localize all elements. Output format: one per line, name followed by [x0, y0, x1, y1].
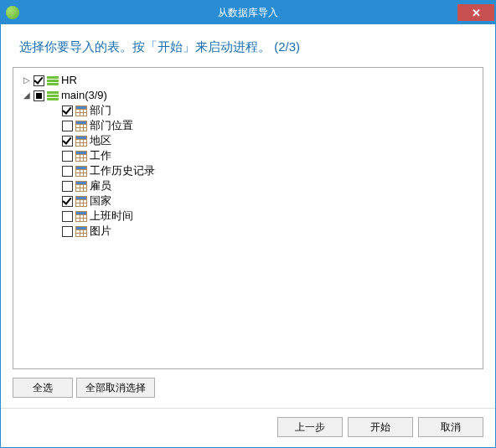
- table-row[interactable]: 国家: [17, 193, 479, 209]
- start-button[interactable]: 开始: [348, 417, 413, 437]
- tree-panel[interactable]: ▷HR◢main (3/9)部门部门位置地区工作工作历史记录雇员国家上班时间图片: [13, 67, 483, 369]
- table-row[interactable]: 工作: [17, 148, 479, 163]
- table-label: 上班时间: [90, 209, 133, 224]
- app-icon: [6, 6, 19, 19]
- table-label: 雇员: [90, 178, 111, 193]
- titlebar: 从数据库导入 ✕: [1, 1, 495, 24]
- table-checkbox[interactable]: [62, 226, 73, 237]
- instruction-text: 选择你要导入的表。按「开始」来启动进程。 (2/3): [1, 24, 495, 67]
- db-count: (3/9): [85, 88, 107, 103]
- table-label: 部门位置: [90, 118, 133, 133]
- table-checkbox[interactable]: [62, 181, 73, 192]
- table-row[interactable]: 上班时间: [17, 209, 479, 224]
- window-title: 从数据库导入: [1, 6, 495, 20]
- table-icon: [75, 136, 87, 147]
- table-checkbox[interactable]: [62, 136, 73, 147]
- table-icon: [75, 181, 87, 192]
- table-label: 图片: [90, 224, 111, 239]
- footer: 上一步 开始 取消: [1, 408, 495, 447]
- cancel-button[interactable]: 取消: [418, 417, 483, 437]
- content-area: ▷HR◢main (3/9)部门部门位置地区工作工作历史记录雇员国家上班时间图片…: [1, 67, 495, 408]
- table-checkbox[interactable]: [62, 166, 73, 177]
- table-checkbox[interactable]: [62, 121, 73, 131]
- select-all-button[interactable]: 全选: [13, 378, 73, 398]
- database-icon: [47, 75, 59, 86]
- table-label: 工作历史记录: [90, 163, 155, 178]
- table-icon: [75, 166, 87, 177]
- table-row[interactable]: 地区: [17, 133, 479, 148]
- table-icon: [75, 211, 87, 222]
- table-label: 国家: [90, 193, 111, 209]
- db-checkbox[interactable]: [34, 75, 44, 86]
- table-icon: [75, 151, 87, 162]
- close-icon: ✕: [472, 7, 481, 19]
- table-row[interactable]: 工作历史记录: [17, 163, 479, 178]
- db-label: HR: [61, 73, 77, 88]
- table-row[interactable]: 部门: [17, 103, 479, 118]
- table-checkbox[interactable]: [62, 211, 73, 222]
- table-checkbox[interactable]: [62, 106, 73, 116]
- table-label: 地区: [90, 133, 111, 148]
- db-row[interactable]: ◢main (3/9): [17, 88, 479, 103]
- db-label: main: [61, 88, 85, 103]
- table-checkbox[interactable]: [62, 151, 73, 162]
- deselect-all-button[interactable]: 全部取消选择: [76, 378, 155, 398]
- prev-button[interactable]: 上一步: [277, 417, 343, 437]
- table-icon: [75, 106, 87, 116]
- table-row[interactable]: 雇员: [17, 178, 479, 193]
- database-icon: [47, 90, 59, 101]
- table-icon: [75, 226, 87, 237]
- expander-closed-icon[interactable]: ▷: [22, 75, 32, 85]
- table-row[interactable]: 图片: [17, 224, 479, 239]
- table-row[interactable]: 部门位置: [17, 118, 479, 133]
- table-icon: [75, 121, 87, 131]
- table-icon: [75, 196, 87, 207]
- db-row[interactable]: ▷HR: [17, 73, 479, 88]
- table-checkbox[interactable]: [62, 196, 73, 207]
- dialog-window: 从数据库导入 ✕ 选择你要导入的表。按「开始」来启动进程。 (2/3) ▷HR◢…: [0, 0, 496, 448]
- selection-button-row: 全选 全部取消选择: [13, 378, 483, 398]
- close-button[interactable]: ✕: [457, 4, 494, 21]
- expander-open-icon[interactable]: ◢: [22, 90, 32, 100]
- table-label: 部门: [90, 103, 111, 118]
- db-checkbox[interactable]: [34, 90, 44, 101]
- table-label: 工作: [90, 148, 111, 163]
